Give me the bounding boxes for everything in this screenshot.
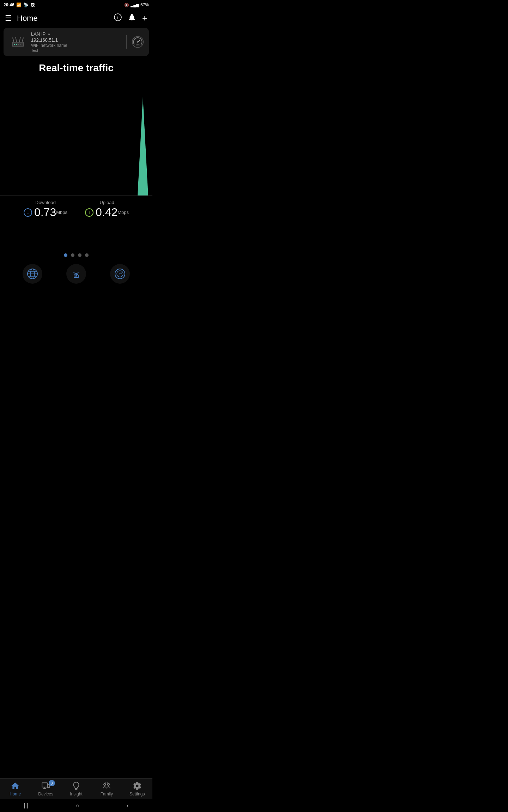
page-title: Home xyxy=(17,14,38,23)
svg-line-6 xyxy=(19,37,20,42)
page-dot-1[interactable] xyxy=(64,253,67,257)
feature-row xyxy=(0,260,152,287)
router-home-feature-button[interactable] xyxy=(66,264,86,284)
svg-text:i: i xyxy=(117,14,119,20)
svg-point-29 xyxy=(121,272,121,273)
svg-marker-15 xyxy=(138,97,148,196)
traffic-stats: Download ↓ 0.73 Mbps Upload ↑ 0.42 Mbps xyxy=(0,196,152,222)
top-nav-left: ☰ Home xyxy=(5,14,38,23)
router-wifi-name: Test xyxy=(31,48,123,53)
download-icon: ↓ xyxy=(24,208,32,217)
router-info: LAN IP » 192.168.51.1 WiFi network name … xyxy=(31,31,123,53)
svg-point-13 xyxy=(137,41,139,43)
speedometer-area: km/h xyxy=(126,35,144,49)
svg-point-10 xyxy=(18,44,19,45)
ip-address: 192.168.51.1 xyxy=(31,37,123,43)
main-spacer xyxy=(0,222,152,250)
upload-icon: ↑ xyxy=(85,208,93,217)
router-image xyxy=(8,32,28,51)
signal-icon: 📡 xyxy=(23,2,29,7)
wifi-icon: 📶 xyxy=(16,2,22,7)
page-dot-2[interactable] xyxy=(71,253,74,257)
router-card[interactable]: LAN IP » 192.168.51.1 WiFi network name … xyxy=(4,28,149,56)
svg-point-28 xyxy=(121,273,122,274)
time-display: 20:46 xyxy=(4,2,14,7)
menu-button[interactable]: ☰ xyxy=(5,14,12,23)
battery-percent: 57% xyxy=(140,2,149,7)
svg-line-5 xyxy=(16,37,17,42)
svg-point-9 xyxy=(16,44,17,45)
top-nav: ☰ Home i + xyxy=(0,10,152,26)
internet-feature-button[interactable] xyxy=(23,264,42,284)
add-button[interactable]: + xyxy=(142,13,147,24)
upload-label: Upload xyxy=(99,200,114,205)
notification-button[interactable] xyxy=(128,13,136,23)
traffic-section: Real-time traffic Download ↓ 0.73 Mbps U… xyxy=(0,57,152,222)
lan-ip-row: LAN IP » xyxy=(31,31,123,37)
download-value: 0.73 xyxy=(34,206,56,219)
svg-point-11 xyxy=(20,44,21,45)
photo-icon: 🖼 xyxy=(30,2,35,7)
gamepad-feature-button[interactable] xyxy=(110,264,130,284)
upload-value-row: ↑ 0.42 Mbps xyxy=(85,206,129,219)
svg-line-7 xyxy=(22,38,23,42)
wifi-strength-icon: ▂▄▆ xyxy=(131,3,139,7)
svg-point-8 xyxy=(14,44,15,45)
download-unit: Mbps xyxy=(56,210,67,215)
svg-text:km/h: km/h xyxy=(136,44,140,46)
upload-unit: Mbps xyxy=(117,210,129,215)
status-left: 20:46 📶 📡 🖼 xyxy=(4,2,35,7)
lan-ip-arrow: » xyxy=(48,32,50,37)
status-bar: 20:46 📶 📡 🖼 🔇 ▂▄▆ 57% xyxy=(0,0,152,10)
svg-rect-23 xyxy=(75,276,77,277)
info-button[interactable]: i xyxy=(114,13,122,23)
download-stat: Download ↓ 0.73 Mbps xyxy=(24,200,67,219)
top-nav-right: i + xyxy=(114,13,147,24)
svg-point-22 xyxy=(75,275,77,276)
mute-icon: 🔇 xyxy=(124,3,129,7)
wifi-network-label: WiFi network name xyxy=(31,43,123,48)
page-dot-3[interactable] xyxy=(78,253,81,257)
download-label: Download xyxy=(35,200,56,205)
lan-ip-label: LAN IP xyxy=(31,31,46,37)
upload-value: 0.42 xyxy=(96,206,117,219)
status-right: 🔇 ▂▄▆ 57% xyxy=(124,2,149,7)
download-value-row: ↓ 0.73 Mbps xyxy=(24,206,67,219)
page-dots xyxy=(0,250,152,260)
upload-stat: Upload ↑ 0.42 Mbps xyxy=(85,200,129,219)
svg-line-4 xyxy=(13,38,14,42)
traffic-chart xyxy=(0,76,152,196)
traffic-title: Real-time traffic xyxy=(0,61,152,76)
page-dot-4[interactable] xyxy=(85,253,89,257)
